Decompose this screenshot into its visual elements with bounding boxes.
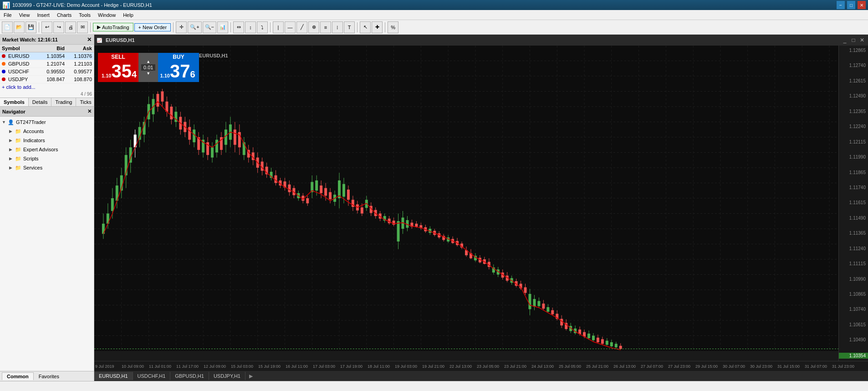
tab-details[interactable]: Details <box>29 98 52 106</box>
chart-tab-usdchf[interactable]: USDCHF,H1 <box>133 372 171 380</box>
percent-button[interactable]: % <box>388 21 398 33</box>
chart-tab-usdjpy[interactable]: USDJPY,H1 <box>209 372 245 380</box>
tab-symbols[interactable]: Symbols <box>0 98 29 106</box>
navigator-tree-item[interactable]: ▶ 📁 Expert Advisors <box>0 145 94 154</box>
close-button[interactable]: ✕ <box>858 1 866 9</box>
chart-restore-button[interactable]: □ <box>850 37 857 43</box>
text-button[interactable]: T <box>344 21 355 33</box>
svg-rect-52 <box>111 198 114 211</box>
symbol-count: 4 / 96 <box>0 91 94 98</box>
tree-expand-icon: ▼ <box>2 120 7 124</box>
redo-button[interactable]: ↪ <box>53 21 64 33</box>
market-watch-row[interactable]: USDCHF 0.99550 0.99577 <box>0 68 94 76</box>
symbol-dot <box>2 70 5 73</box>
menu-tools[interactable]: Tools <box>75 10 94 20</box>
navigator-close-button[interactable]: ✕ <box>87 108 92 114</box>
new-chart-button[interactable]: 📄 <box>2 21 13 33</box>
candlestick-chart <box>94 46 838 351</box>
minimize-button[interactable]: − <box>837 1 845 9</box>
sell-button[interactable]: SELL <box>98 53 138 61</box>
navigator-tree-item[interactable]: ▶ 📁 Services <box>0 163 94 172</box>
navigator-tree-item[interactable]: ▼ 👤 GT247Trader <box>0 118 94 127</box>
chart-tab-add-button[interactable]: ▶ <box>245 372 256 381</box>
auto-scroll-button[interactable]: ⤵ <box>257 21 268 33</box>
hline-button[interactable]: — <box>285 21 296 33</box>
chart-type-button[interactable]: 📊 <box>217 21 228 33</box>
crosshair-button[interactable]: ✛ <box>176 21 187 33</box>
line-tool-button[interactable]: | <box>273 21 284 33</box>
market-watch-row[interactable]: USDJPY 108.847 108.870 <box>0 76 94 83</box>
navigator-tree-item[interactable]: ▶ 📁 Indicators <box>0 136 94 145</box>
period-button[interactable]: ⇔ <box>233 21 244 33</box>
svg-rect-272 <box>610 342 613 346</box>
bottom-tabs: Common Favorites <box>0 371 94 381</box>
auto-trading-button[interactable]: ▶ AutoTrading <box>93 23 133 31</box>
market-watch-row[interactable]: GBPUSD 1.21074 1.21103 <box>0 60 94 68</box>
play-icon: ▶ <box>97 24 101 30</box>
svg-rect-274 <box>615 344 618 347</box>
open-button[interactable]: 📂 <box>14 21 25 33</box>
zoom-in-button[interactable]: 🔍+ <box>188 21 201 33</box>
menu-charts[interactable]: Charts <box>53 10 75 20</box>
maximize-button[interactable]: □ <box>847 1 855 9</box>
svg-rect-72 <box>156 94 159 107</box>
market-watch-close-button[interactable]: ✕ <box>87 36 92 43</box>
symbol-cell: USDJPY <box>0 76 39 83</box>
fib-button[interactable]: ≡ <box>320 21 331 33</box>
chart-content[interactable]: SELL 1.10 35 4 ▲ 0.01 ▼ BUY <box>94 46 868 361</box>
cursor-button[interactable]: ↖ <box>360 21 371 33</box>
email-button[interactable]: ✉ <box>77 21 88 33</box>
menu-help[interactable]: Help <box>119 10 137 20</box>
new-order-button[interactable]: + New Order <box>134 23 171 31</box>
main-layout: Market Watch: 12:16:11 ✕ Symbol Bid Ask <box>0 35 868 381</box>
col-bid: Bid <box>39 45 66 52</box>
navigator-tree-item[interactable]: ▶ 📁 Accounts <box>0 127 94 136</box>
scroll-button[interactable]: ↕ <box>245 21 256 33</box>
title-bar: 📊 1030999 - GT247-LIVE: Demo Account - H… <box>0 0 868 10</box>
svg-rect-238 <box>533 299 536 307</box>
buy-button[interactable]: BUY <box>158 53 199 61</box>
zoom-out-button[interactable]: 🔍− <box>203 21 216 33</box>
add-symbol-link[interactable]: + click to add... <box>0 83 94 91</box>
svg-rect-242 <box>542 304 545 309</box>
svg-rect-178 <box>397 221 400 242</box>
tree-expand-icon: ▶ <box>9 156 15 161</box>
navigator-tree-item[interactable]: ▶ 📁 Scripts <box>0 154 94 163</box>
tab-trading[interactable]: Trading <box>51 98 76 106</box>
gannline-button[interactable]: ⊕ <box>308 21 319 33</box>
chart-close-button[interactable]: ✕ <box>858 37 866 43</box>
market-watch-row[interactable]: EURUSD 1.10354 1.10376 <box>0 52 94 60</box>
chart-tab-gbpusd[interactable]: GBPUSD,H1 <box>170 372 209 380</box>
save-button[interactable]: 💾 <box>26 21 36 33</box>
menu-insert[interactable]: Insert <box>33 10 53 20</box>
symbol-name: USDJPY <box>8 77 28 82</box>
lot-down-button[interactable]: ▼ <box>146 71 150 76</box>
svg-rect-74 <box>161 92 163 102</box>
svg-rect-144 <box>320 185 322 193</box>
lot-up-button[interactable]: ▲ <box>146 59 150 64</box>
buy-price-sup: 6 <box>190 70 195 79</box>
chart-tab-eurusd[interactable]: EURUSD,H1 <box>94 372 133 380</box>
navigator-header: Navigator ✕ <box>0 107 94 117</box>
tab-favorites[interactable]: Favorites <box>34 372 64 381</box>
undo-button[interactable]: ↩ <box>41 21 52 33</box>
navigator: Navigator ✕ ▼ 👤 GT247Trader ▶ 📁 Accounts… <box>0 107 94 371</box>
svg-rect-162 <box>361 207 363 213</box>
menu-view[interactable]: View <box>15 10 34 20</box>
market-watch: Market Watch: 12:16:11 ✕ Symbol Bid Ask <box>0 35 94 98</box>
app-icon: 📊 <box>2 1 10 9</box>
menu-file[interactable]: File <box>0 10 15 20</box>
menu-window[interactable]: Window <box>94 10 119 20</box>
tree-folder-icon: 📁 <box>15 128 22 135</box>
chart-minimize-button[interactable]: _ <box>841 37 848 43</box>
svg-rect-270 <box>606 341 608 345</box>
channel-button[interactable]: ⫶ <box>332 21 343 33</box>
menu-bar: File View Insert Charts Tools Window Hel… <box>0 10 868 20</box>
cross-button[interactable]: ✚ <box>372 21 383 33</box>
print-button[interactable]: 🖨 <box>65 21 76 33</box>
tree-item-label: Indicators <box>23 138 45 143</box>
tab-common[interactable]: Common <box>2 372 34 380</box>
trendline-button[interactable]: ╱ <box>296 21 307 33</box>
symbol-cell: GBPUSD <box>0 60 39 68</box>
tab-ticks[interactable]: Ticks <box>76 98 95 106</box>
